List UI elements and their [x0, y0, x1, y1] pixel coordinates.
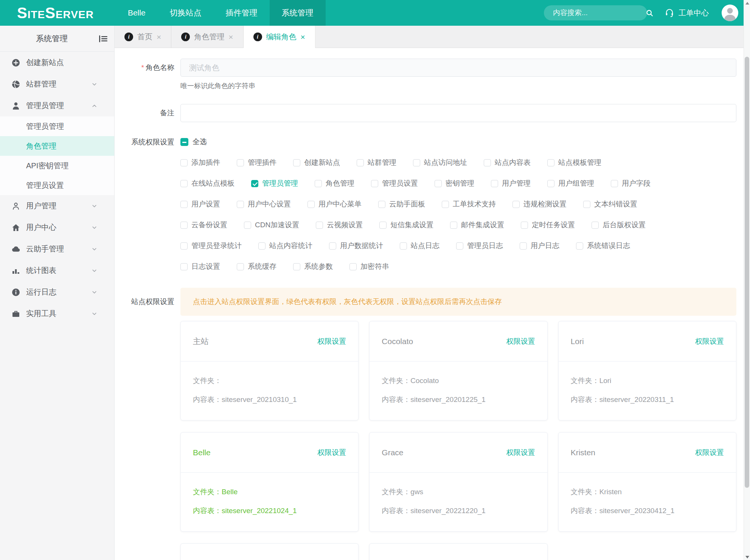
tab-2[interactable]: i角色管理× [171, 26, 243, 48]
search-icon[interactable] [646, 9, 654, 17]
permission-checkbox-checked[interactable]: 管理员管理 [251, 178, 298, 188]
checkbox-icon[interactable] [237, 159, 244, 166]
role-name-input[interactable] [180, 59, 736, 77]
checkbox-icon[interactable] [316, 222, 323, 229]
scroll-down-arrow[interactable] [744, 554, 750, 560]
checkbox-icon[interactable] [520, 242, 527, 250]
permission-settings-link[interactable]: 权限设置 [317, 448, 346, 458]
permission-checkbox[interactable]: 站点日志 [400, 241, 439, 251]
checkbox-icon[interactable] [442, 201, 449, 208]
permission-checkbox[interactable]: 站点访问地址 [413, 158, 467, 168]
checkbox-icon[interactable] [521, 222, 528, 229]
permission-checkbox[interactable]: 添加插件 [180, 158, 220, 168]
permission-checkbox[interactable]: 角色管理 [315, 178, 354, 188]
note-input[interactable] [180, 104, 736, 122]
top-nav-item-3[interactable]: 插件管理 [214, 0, 270, 26]
permission-checkbox[interactable]: 违规检测设置 [512, 199, 567, 209]
checkbox-icon[interactable] [576, 242, 583, 250]
checkbox-icon[interactable] [371, 180, 378, 187]
checkbox-icon[interactable] [329, 242, 336, 250]
sidebar-subitem[interactable]: 管理员设置 [0, 175, 114, 195]
sidebar-subitem[interactable]: 管理员管理 [0, 116, 114, 136]
checkbox-icon[interactable] [237, 263, 244, 270]
permission-checkbox[interactable]: 用户设置 [180, 199, 220, 209]
scrollbar-thumb[interactable] [745, 57, 749, 488]
permission-settings-link[interactable]: 权限设置 [695, 337, 724, 346]
sidebar-item-9[interactable]: 实用工具 [0, 303, 114, 324]
checkbox-icon[interactable] [547, 159, 554, 166]
sidebar-item-1[interactable]: 创建新站点 [0, 52, 114, 73]
permission-checkbox[interactable]: 加密符串 [349, 262, 389, 271]
sidebar-item-6[interactable]: 云助手管理 [0, 238, 114, 260]
permission-checkbox[interactable]: 系统错误日志 [576, 241, 630, 251]
permission-settings-link[interactable]: 权限设置 [317, 337, 346, 346]
sidebar-item-5[interactable]: 用户中心 [0, 217, 114, 238]
permission-checkbox[interactable]: 用户数据统计 [329, 241, 383, 251]
content-search-box[interactable] [544, 5, 647, 20]
checkbox-icon[interactable] [180, 242, 188, 250]
tab-close-icon[interactable]: × [228, 33, 233, 41]
checkbox-icon[interactable] [180, 180, 188, 187]
checkbox-icon[interactable] [357, 159, 364, 166]
permission-checkbox[interactable]: 邮件集成设置 [450, 220, 504, 230]
tab-1[interactable]: i首页× [115, 26, 171, 48]
permission-checkbox[interactable]: 系统缓存 [237, 262, 276, 271]
checkbox-icon[interactable] [456, 242, 463, 250]
permission-checkbox[interactable]: 管理员设置 [371, 178, 418, 188]
checkbox-icon[interactable] [180, 201, 188, 208]
checkbox-icon[interactable] [315, 180, 322, 187]
permission-checkbox[interactable]: 短信集成设置 [379, 220, 433, 230]
checkbox-icon[interactable] [379, 222, 387, 229]
checkbox-icon[interactable] [491, 180, 498, 187]
permission-checkbox[interactable]: 站群管理 [357, 158, 396, 168]
checkbox-icon[interactable] [237, 201, 244, 208]
checkbox-icon[interactable] [583, 201, 590, 208]
permission-checkbox[interactable]: 工单技术支持 [442, 199, 496, 209]
checkbox-icon[interactable] [413, 159, 420, 166]
checkbox-icon[interactable] [293, 263, 300, 270]
checkbox-icon[interactable] [592, 222, 599, 229]
checkbox-icon[interactable] [435, 180, 442, 187]
permission-checkbox[interactable]: 系统参数 [293, 262, 333, 271]
permission-checkbox[interactable]: 用户组管理 [547, 178, 594, 188]
checkbox-icon[interactable] [547, 180, 554, 187]
checkbox-icon[interactable] [450, 222, 457, 229]
permission-checkbox[interactable]: 文本纠错设置 [583, 199, 637, 209]
permission-checkbox[interactable]: 用户中心设置 [237, 199, 291, 209]
permission-checkbox[interactable]: 创建新站点 [293, 158, 340, 168]
sidebar-subitem[interactable]: API密钥管理 [0, 156, 114, 175]
permission-checkbox[interactable]: 站点内容表 [484, 158, 531, 168]
sidebar-item-8[interactable]: 运行日志 [0, 281, 114, 303]
permission-checkbox[interactable]: 站点内容统计 [258, 241, 312, 251]
checkbox-icon[interactable] [400, 242, 407, 250]
permission-checkbox[interactable]: 用户字段 [611, 178, 651, 188]
permission-checkbox[interactable]: 管理员日志 [456, 241, 503, 251]
checkbox-icon[interactable] [180, 263, 188, 270]
tab-close-icon[interactable]: × [157, 33, 161, 41]
tab-close-icon[interactable]: × [301, 33, 305, 41]
checkbox-icon[interactable] [180, 222, 188, 229]
select-all-checkbox-box[interactable] [180, 138, 188, 146]
checkbox-icon[interactable] [293, 159, 300, 166]
permission-checkbox[interactable]: 用户管理 [491, 178, 531, 188]
user-avatar[interactable] [722, 5, 738, 21]
permission-checkbox[interactable]: 云视频设置 [316, 220, 363, 230]
permission-checkbox[interactable]: 后台版权设置 [592, 220, 646, 230]
permission-checkbox[interactable]: 用户日志 [520, 241, 559, 251]
checkbox-icon[interactable] [244, 222, 251, 229]
collapse-menu-icon[interactable] [98, 34, 108, 44]
checkbox-icon[interactable] [611, 180, 618, 187]
sidebar-item-3[interactable]: 管理员管理 [0, 95, 114, 116]
permission-settings-link[interactable]: 权限设置 [506, 448, 535, 458]
search-input[interactable] [553, 9, 646, 17]
checkbox-icon[interactable] [349, 263, 357, 270]
permission-checkbox[interactable]: 密钥管理 [435, 178, 474, 188]
checkbox-icon[interactable] [512, 201, 520, 208]
select-all-checkbox[interactable]: 全选 [180, 137, 667, 146]
permission-checkbox[interactable]: 用户中心菜单 [307, 199, 362, 209]
permission-checkbox[interactable]: CDN加速设置 [244, 220, 299, 230]
checkbox-icon[interactable] [378, 201, 385, 208]
tab-3-active[interactable]: i编辑角色× [244, 26, 315, 48]
checkbox-icon[interactable] [484, 159, 491, 166]
sidebar-item-2[interactable]: 站群管理 [0, 73, 114, 95]
